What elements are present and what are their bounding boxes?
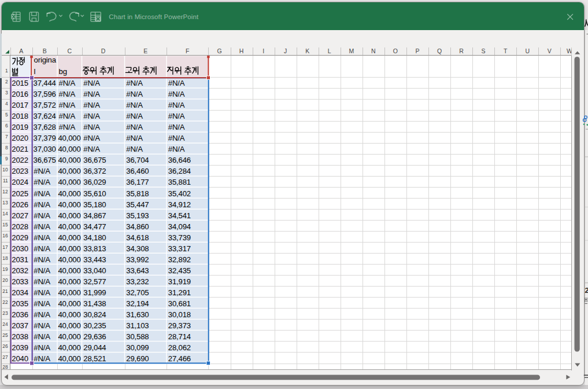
svg-text:23: 23: [2, 310, 8, 316]
svg-text:32,194: 32,194: [126, 299, 149, 308]
svg-text:29,044: 29,044: [83, 343, 106, 352]
svg-text:29,373: 29,373: [168, 321, 191, 330]
svg-text:40,000: 40,000: [58, 233, 80, 242]
svg-text:B: B: [43, 47, 47, 54]
svg-text:36,646: 36,646: [168, 156, 191, 164]
svg-text:M: M: [349, 47, 354, 54]
svg-text:32,435: 32,435: [168, 266, 191, 275]
svg-text:36,029: 36,029: [83, 178, 106, 186]
svg-text:28: 28: [2, 364, 8, 370]
svg-text:35,881: 35,881: [168, 178, 191, 186]
svg-text:22: 22: [2, 299, 8, 305]
svg-text:2025: 2025: [12, 189, 28, 198]
svg-text:34,860: 34,860: [126, 222, 149, 231]
svg-text:4: 4: [5, 101, 8, 107]
svg-text:N: N: [371, 47, 376, 54]
svg-text:34,094: 34,094: [168, 222, 191, 231]
svg-text:33,317: 33,317: [168, 244, 191, 253]
svg-text:33,040: 33,040: [83, 266, 106, 275]
svg-text:#N/A: #N/A: [34, 189, 50, 198]
svg-text:35,818: 35,818: [126, 189, 149, 198]
svg-text:2027: 2027: [12, 211, 28, 220]
svg-text:40,000: 40,000: [58, 321, 80, 330]
svg-text:37,572: 37,572: [34, 101, 56, 109]
svg-text:R: R: [459, 47, 464, 54]
svg-text:2019: 2019: [12, 123, 28, 131]
svg-text:P: P: [415, 47, 419, 54]
svg-text:36,284: 36,284: [168, 167, 191, 175]
svg-text:40,000: 40,000: [58, 134, 80, 142]
svg-text:origina: origina: [34, 56, 57, 64]
svg-text:#N/A: #N/A: [34, 244, 50, 253]
svg-text:31,630: 31,630: [126, 310, 149, 319]
svg-text:12: 12: [2, 189, 8, 195]
svg-text:35,447: 35,447: [126, 200, 149, 209]
svg-text:37,030: 37,030: [34, 145, 56, 153]
svg-text:#N/A: #N/A: [34, 222, 50, 231]
svg-text:27: 27: [2, 354, 8, 360]
svg-text:#N/A: #N/A: [59, 112, 76, 120]
svg-text:35,193: 35,193: [126, 211, 149, 220]
svg-text:31,103: 31,103: [126, 321, 149, 330]
svg-text:40,000: 40,000: [58, 156, 80, 164]
svg-text:36,675: 36,675: [83, 156, 106, 164]
svg-text:C: C: [67, 47, 72, 54]
svg-text:29,690: 29,690: [126, 354, 149, 363]
svg-text:I: I: [262, 47, 264, 54]
svg-text:2030: 2030: [12, 244, 28, 253]
svg-text:40,000: 40,000: [58, 244, 80, 253]
svg-text:#N/A: #N/A: [83, 134, 100, 142]
svg-text:35,180: 35,180: [83, 200, 106, 209]
svg-text:2040: 2040: [12, 354, 28, 363]
svg-text:34,180: 34,180: [83, 233, 106, 242]
svg-text:11: 11: [3, 178, 8, 184]
svg-text:#N/A: #N/A: [126, 101, 143, 109]
svg-text:#N/A: #N/A: [126, 123, 143, 131]
svg-text:36,177: 36,177: [126, 178, 149, 186]
svg-text:2018: 2018: [12, 112, 28, 120]
svg-text:#N/A: #N/A: [83, 112, 100, 120]
svg-text:#N/A: #N/A: [83, 90, 100, 98]
svg-text:1: 1: [5, 68, 8, 74]
svg-text:35,402: 35,402: [168, 189, 191, 198]
svg-text:2015: 2015: [12, 79, 28, 87]
svg-text:K: K: [305, 47, 309, 54]
svg-text:5: 5: [5, 112, 8, 118]
svg-text:#N/A: #N/A: [59, 123, 76, 131]
svg-text:21: 21: [2, 288, 8, 294]
svg-text:#N/A: #N/A: [126, 79, 143, 87]
svg-text:S: S: [482, 47, 486, 54]
svg-text:L: L: [328, 47, 331, 54]
svg-text:16: 16: [2, 233, 8, 238]
svg-text:28,521: 28,521: [83, 354, 106, 363]
svg-text:32,577: 32,577: [83, 277, 106, 286]
svg-text:36,675: 36,675: [34, 156, 56, 164]
svg-text:26: 26: [2, 343, 8, 349]
svg-text:32,892: 32,892: [168, 255, 191, 264]
svg-text:2034: 2034: [12, 288, 28, 297]
svg-text:18: 18: [2, 255, 8, 261]
svg-text:28,714: 28,714: [168, 332, 191, 341]
svg-text:40,000: 40,000: [58, 255, 80, 264]
svg-text:#N/A: #N/A: [59, 79, 76, 87]
svg-text:40,000: 40,000: [58, 178, 80, 186]
svg-text:34,541: 34,541: [168, 211, 191, 220]
svg-text:#N/A: #N/A: [168, 101, 185, 109]
svg-text:31,919: 31,919: [168, 277, 191, 286]
svg-text:l: l: [34, 67, 36, 76]
svg-text:bg: bg: [59, 67, 67, 76]
svg-text:30,824: 30,824: [83, 310, 106, 319]
svg-text:#N/A: #N/A: [59, 90, 76, 98]
svg-text:28,062: 28,062: [168, 343, 191, 352]
svg-text:#N/A: #N/A: [34, 255, 50, 264]
svg-text:2028: 2028: [12, 222, 28, 231]
svg-text:40,000: 40,000: [58, 299, 80, 308]
svg-text:17: 17: [2, 244, 8, 250]
svg-text:35,610: 35,610: [83, 189, 106, 198]
svg-text:2017: 2017: [12, 101, 28, 109]
svg-text:#N/A: #N/A: [34, 211, 50, 220]
svg-text:31,438: 31,438: [83, 299, 106, 308]
svg-text:E: E: [143, 47, 147, 54]
svg-text:2(: 2(: [585, 286, 588, 295]
svg-text:2023: 2023: [12, 167, 28, 175]
